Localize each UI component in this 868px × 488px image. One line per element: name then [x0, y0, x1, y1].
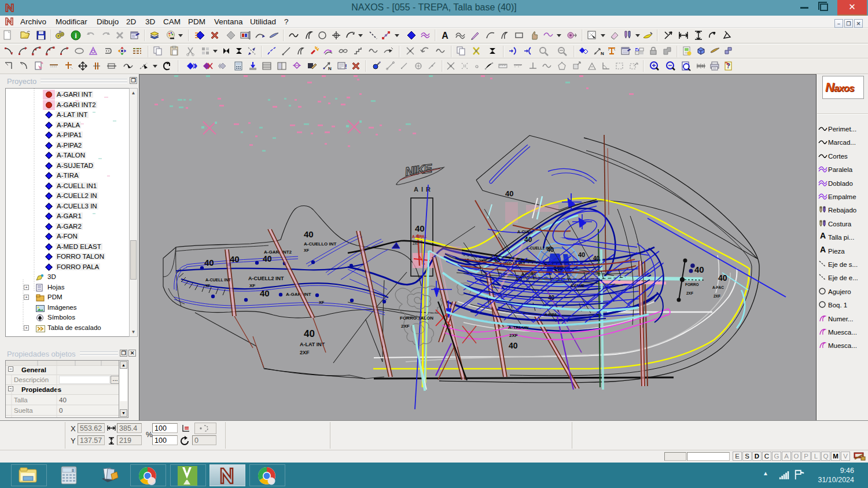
- svg-text:40: 40: [230, 254, 240, 264]
- svg-text:XF: XF: [319, 300, 325, 304]
- svg-text:FORRO: FORRO: [685, 282, 698, 287]
- svg-text:8: 8: [72, 468, 74, 472]
- svg-text:2XF: 2XF: [300, 350, 310, 355]
- svg-text:A-CUELL INT: A-CUELL INT: [205, 278, 231, 282]
- svg-text:A: A: [442, 31, 448, 41]
- svg-text:40: 40: [578, 251, 585, 258]
- svg-text:40: 40: [694, 265, 704, 274]
- svg-text:40: 40: [505, 189, 513, 198]
- svg-text:XF: XF: [249, 283, 255, 288]
- svg-text:XF: XF: [205, 284, 210, 288]
- svg-text:2XF: 2XF: [401, 324, 410, 329]
- svg-text:40: 40: [415, 223, 425, 233]
- svg-text:40: 40: [204, 258, 214, 267]
- svg-text:A-LAT INT: A-LAT INT: [300, 342, 325, 347]
- svg-text:2XF: 2XF: [713, 294, 720, 298]
- svg-text:A-PIPA: A-PIPA: [545, 313, 557, 317]
- svg-text:40: 40: [263, 254, 272, 263]
- svg-text:40: 40: [304, 229, 314, 239]
- svg-text:!: !: [345, 63, 347, 70]
- svg-text:N: N: [601, 51, 604, 56]
- svg-text:FORRO TALON: FORRO TALON: [400, 315, 433, 321]
- svg-text:40: 40: [593, 255, 600, 262]
- svg-text:2XF: 2XF: [686, 291, 693, 295]
- svg-text:i: i: [75, 31, 77, 40]
- svg-text:AIR: AIR: [414, 186, 433, 193]
- svg-text:40: 40: [509, 341, 518, 350]
- svg-text:A-CUELLO INT: A-CUELLO INT: [304, 241, 337, 247]
- svg-text:2XF: 2XF: [509, 333, 518, 338]
- svg-text:40: 40: [524, 236, 532, 244]
- svg-text:A-CUELL2 INT: A-CUELL2 INT: [248, 276, 284, 281]
- svg-text:40: 40: [260, 288, 270, 298]
- svg-text:N: N: [328, 66, 332, 71]
- svg-text:A-CUELL2 INT: A-CUELL2 INT: [526, 246, 551, 250]
- svg-text:40: 40: [718, 273, 727, 282]
- svg-text:A-FAC: A-FAC: [712, 285, 724, 289]
- svg-text:XF: XF: [304, 248, 310, 252]
- svg-text:40: 40: [304, 328, 315, 339]
